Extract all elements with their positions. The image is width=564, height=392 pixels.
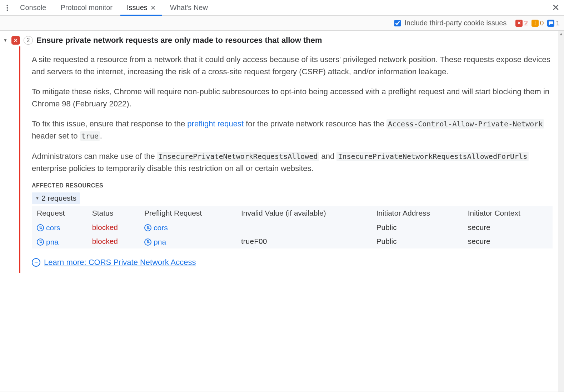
issue-paragraph-3: To fix this issue, ensure that response … — [32, 118, 553, 142]
learn-more-link[interactable]: Learn more: CORS Private Network Access — [44, 258, 196, 267]
requests-summary-label: 2 requests — [41, 194, 76, 202]
info-count-badge[interactable]: 1 — [547, 19, 560, 27]
preflight-link[interactable]: ⇅cors — [144, 223, 168, 232]
col-request: Request — [32, 206, 87, 220]
scroll-up-icon[interactable]: ▲ — [558, 31, 564, 37]
issue-header[interactable]: ▼ ✕ 2 Ensure private network requests ar… — [3, 36, 556, 45]
affected-resources-label: AFFECTED RESOURCES — [32, 182, 553, 189]
network-icon: ⇅ — [144, 224, 151, 231]
expand-icon: ▼ — [35, 196, 39, 200]
status-value: blocked — [92, 223, 118, 231]
invalid-value: trueF00 — [236, 234, 371, 248]
code-policy2: InsecurePrivateNetworkRequestsAllowedFor… — [336, 152, 529, 161]
code-acapn: Access-Control-Allow-Private-Network — [386, 119, 544, 129]
learn-more: → Learn more: CORS Private Network Acces… — [32, 258, 553, 267]
col-initiator-ctx: Initiator Context — [463, 206, 553, 220]
issues-toolbar: Include third-party cookie issues ✕ 2 ! … — [0, 16, 564, 31]
requests-summary[interactable]: ▼ 2 requests — [32, 192, 80, 204]
warning-count-badge[interactable]: ! 0 — [531, 19, 544, 27]
error-count-badge[interactable]: ✕ 2 — [515, 19, 528, 27]
initiator-addr: Public — [371, 234, 463, 248]
col-initiator-addr: Initiator Address — [371, 206, 463, 220]
code-policy1: InsecurePrivateNetworkRequestsAllowed — [157, 152, 319, 161]
expand-icon[interactable]: ▼ — [3, 38, 8, 43]
request-link[interactable]: ⇅pna — [37, 238, 59, 246]
issue-paragraph-1: A site requested a resource from a netwo… — [32, 54, 553, 78]
col-status: Status — [87, 206, 139, 220]
more-menu-icon[interactable] — [2, 3, 12, 13]
col-invalid: Invalid Value (if available) — [236, 206, 371, 220]
table-row: ⇅pna blocked ⇅pna trueF00 Public secure — [32, 234, 553, 248]
invalid-value — [236, 220, 371, 235]
toolbar-separator — [511, 19, 511, 27]
error-icon: ✕ — [11, 36, 20, 45]
vertical-scrollbar[interactable]: ▲ — [558, 31, 564, 392]
include-cookie-checkbox[interactable]: Include third-party cookie issues — [393, 19, 507, 27]
close-panel-icon[interactable]: ✕ — [550, 2, 562, 14]
issue-paragraph-2: To mitigate these risks, Chrome will req… — [32, 86, 553, 110]
svg-point-2 — [6, 9, 8, 11]
issue-paragraph-4: Administrators can make use of the Insec… — [32, 150, 553, 175]
request-link[interactable]: ⇅cors — [37, 223, 60, 232]
issue-body: A site requested a resource from a netwo… — [19, 46, 556, 273]
error-icon: ✕ — [515, 20, 523, 27]
initiator-ctx: secure — [463, 234, 553, 248]
initiator-addr: Public — [371, 220, 463, 235]
tab-protocol-monitor[interactable]: Protocol monitor — [54, 0, 119, 16]
external-link-icon: → — [32, 258, 40, 267]
requests-table: Request Status Preflight Request Invalid… — [32, 206, 553, 248]
close-icon[interactable]: ✕ — [150, 4, 156, 12]
tab-whats-new[interactable]: What's New — [164, 0, 214, 16]
info-icon — [547, 20, 554, 27]
col-preflight: Preflight Request — [139, 206, 236, 220]
include-cookie-label: Include third-party cookie issues — [405, 19, 507, 27]
issue-count-pill: 2 — [24, 36, 33, 45]
svg-rect-3 — [549, 21, 553, 24]
devtools-tabbar: Console Protocol monitor Issues ✕ What's… — [0, 0, 564, 16]
table-header-row: Request Status Preflight Request Invalid… — [32, 206, 553, 220]
network-icon: ⇅ — [144, 238, 151, 246]
status-value: blocked — [92, 237, 118, 245]
include-cookie-input[interactable] — [394, 20, 401, 26]
svg-point-0 — [6, 5, 8, 6]
network-icon: ⇅ — [37, 238, 44, 246]
issue-counts: ✕ 2 ! 0 1 — [515, 19, 560, 27]
network-icon: ⇅ — [37, 224, 44, 231]
issue-title: Ensure private network requests are only… — [36, 36, 322, 45]
warning-icon: ! — [531, 20, 539, 27]
preflight-link[interactable]: ⇅pna — [144, 238, 166, 246]
preflight-request-link[interactable]: preflight request — [187, 119, 244, 128]
tab-issues[interactable]: Issues ✕ — [120, 0, 162, 16]
initiator-ctx: secure — [463, 220, 553, 235]
code-true: true — [80, 131, 100, 141]
tab-console[interactable]: Console — [14, 0, 53, 16]
table-row: ⇅cors blocked ⇅cors Public secure — [32, 220, 553, 235]
svg-point-1 — [6, 7, 8, 9]
